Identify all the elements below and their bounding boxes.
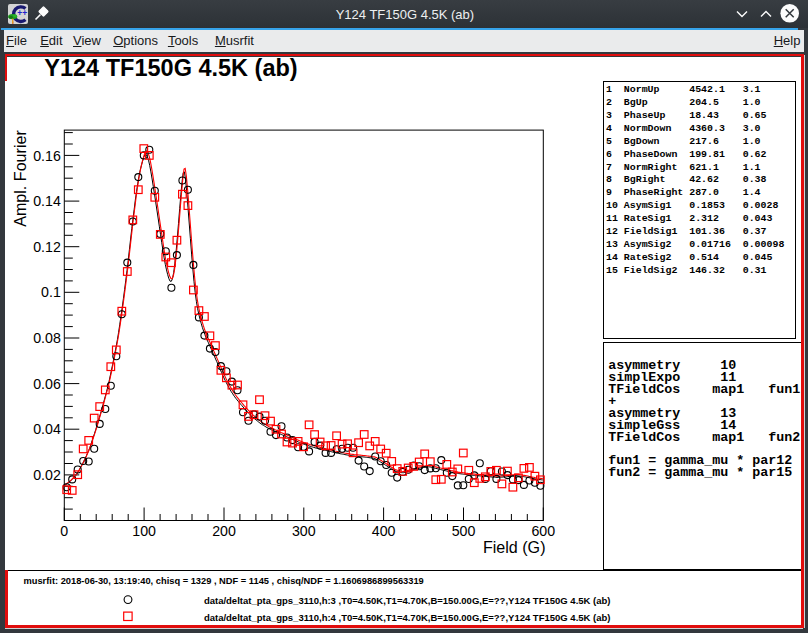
svg-text:0.02: 0.02 xyxy=(33,467,61,483)
svg-text:Ampl. Fourier: Ampl. Fourier xyxy=(11,130,29,227)
svg-text:0.04: 0.04 xyxy=(33,421,61,437)
svg-text:200: 200 xyxy=(212,523,236,539)
svg-text:0.08: 0.08 xyxy=(33,330,61,346)
svg-text:Field (G): Field (G) xyxy=(483,538,546,556)
svg-text:400: 400 xyxy=(372,523,396,539)
svg-text:0.1: 0.1 xyxy=(41,284,61,300)
svg-text:0.16: 0.16 xyxy=(33,148,61,164)
svg-text:0: 0 xyxy=(60,523,68,539)
svg-text:500: 500 xyxy=(452,523,476,539)
svg-text:300: 300 xyxy=(292,523,316,539)
svg-text:100: 100 xyxy=(132,523,156,539)
svg-text:0.06: 0.06 xyxy=(33,376,61,392)
svg-text:0.14: 0.14 xyxy=(33,193,61,209)
svg-text:600: 600 xyxy=(531,523,555,539)
svg-text:0.12: 0.12 xyxy=(33,239,61,255)
